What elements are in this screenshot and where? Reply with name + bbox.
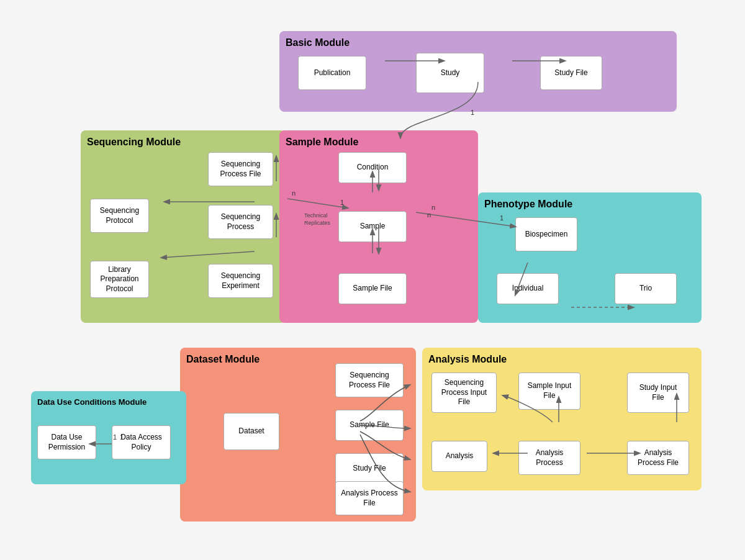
seq-process-input-file-node: Sequencing Process Input File xyxy=(431,373,497,413)
duc-module-label: Data Use Conditions Module xyxy=(37,397,180,407)
study-input-file-node: Study Input File xyxy=(627,373,689,413)
lib-prep-protocol-node: Library Preparation Protocol xyxy=(90,261,149,298)
analysis-node: Analysis xyxy=(431,441,487,472)
phenotype-module: Phenotype Module Biospecimen Individual … xyxy=(478,192,702,323)
study-file-node-basic: Study File xyxy=(540,56,602,90)
sample-file-node: Sample File xyxy=(338,273,407,304)
sequencing-module: Sequencing Module Sequencing Process Fil… xyxy=(81,130,286,323)
seq-process-file-node: Sequencing Process File xyxy=(208,152,273,186)
data-use-permission-node: Data Use Permission xyxy=(37,425,96,459)
seq-process-node: Sequencing Process xyxy=(208,205,273,239)
seq-experiment-node: Sequencing Experiment xyxy=(208,264,273,298)
biospecimen-node: Biospecimen xyxy=(515,217,577,251)
study-node: Study xyxy=(416,53,484,93)
basic-module: Basic Module Publication Study Study Fil… xyxy=(279,31,677,112)
data-access-policy-node: Data Access Policy xyxy=(112,425,171,459)
diagram-container: Basic Module Publication Study Study Fil… xyxy=(19,19,726,540)
publication-node: Publication xyxy=(298,56,366,90)
dataset-sample-file-node: Sample File xyxy=(335,410,404,441)
sample-input-file-node: Sample Input File xyxy=(518,373,580,410)
phenotype-module-label: Phenotype Module xyxy=(484,199,695,210)
dataset-node: Dataset xyxy=(224,413,279,450)
individual-node: Individual xyxy=(497,273,559,304)
dataset-study-file-node: Study File xyxy=(335,453,404,484)
analysis-process-file-node: Analysis Process File xyxy=(627,441,689,475)
sample-node: Sample xyxy=(338,211,407,242)
label-n-sample-bio: n xyxy=(427,211,431,219)
dataset-seq-process-file-node: Sequencing Process File xyxy=(335,363,404,397)
trio-node: Trio xyxy=(615,273,677,304)
duc-module: Data Use Conditions Module Data Use Perm… xyxy=(31,391,186,484)
sequencing-module-label: Sequencing Module xyxy=(87,137,279,148)
analysis-module: Analysis Module Sequencing Process Input… xyxy=(422,348,702,490)
dataset-analysis-process-file-node: Analysis Process File xyxy=(335,481,404,515)
sample-module-label: Sample Module xyxy=(286,137,472,148)
seq-protocol-node: Sequencing Protocol xyxy=(90,199,149,233)
basic-module-label: Basic Module xyxy=(286,37,670,48)
condition-node: Condition xyxy=(338,152,407,183)
sample-module: Sample Module Condition Sample Sample Fi… xyxy=(279,130,478,323)
dataset-module: Dataset Module Dataset Sequencing Proces… xyxy=(180,348,416,522)
analysis-process-node: Analysis Process xyxy=(518,441,580,475)
analysis-module-label: Analysis Module xyxy=(428,354,695,365)
